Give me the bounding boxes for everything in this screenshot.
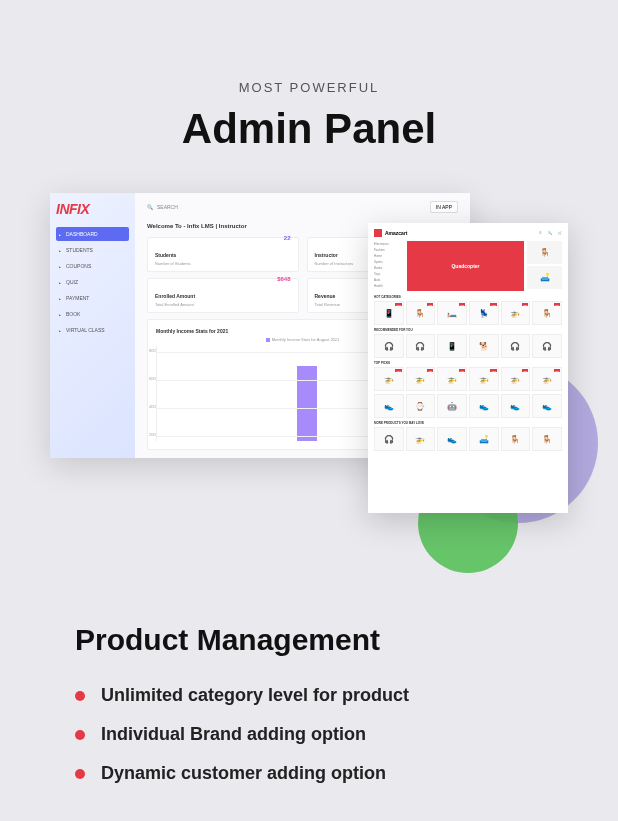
ec-item: 🚁HOT [469, 367, 499, 391]
card-enrolled: Enrolled Amount$648 Total Enrolled Amoun… [147, 278, 299, 313]
product-icon: 🎧 [542, 342, 552, 351]
product-icon: 🎧 [384, 435, 394, 444]
sidebar-item-book: ▪BOOK [56, 307, 129, 321]
ec-section-title: HOT CATEGORIES [374, 295, 562, 299]
ec-item: 🪑HOT [532, 301, 562, 325]
ec-item: 🪑 [532, 427, 562, 451]
sidebar-item-coupons: ▪COUPONS [56, 259, 129, 273]
ec-logo-text: Amazcart [385, 230, 408, 236]
product-icon: 🚁 [447, 375, 457, 384]
product-icon: 💺 [479, 309, 489, 318]
ec-side-item: 🪑 [527, 241, 562, 264]
product-icon: 🚁 [384, 375, 394, 384]
ec-item: 👟 [501, 394, 531, 418]
nav-button: IN APP [430, 201, 458, 213]
ec-item: 👟 [469, 394, 499, 418]
y-tick: 800 [149, 348, 156, 353]
product-icon: 🎧 [510, 342, 520, 351]
product-icon: 🛋️ [479, 435, 489, 444]
pm-feature-item: Unlimited category level for product [75, 685, 543, 706]
bullet-icon [75, 769, 85, 779]
card-students: Students22 Number of Students [147, 237, 299, 272]
ec-section-title: RECOMMENDED FOR YOU [374, 328, 562, 332]
ec-item: 🎧 [374, 427, 404, 451]
ec-item: 📱 [437, 334, 467, 358]
logo: INFIX [56, 201, 129, 217]
screenshots-area: INFIX ▪DASHBOARD ▪STUDENTS ▪COUPONS ▪QUI… [0, 193, 618, 583]
sidebar-item-payment: ▪PAYMENT [56, 291, 129, 305]
sidebar-item-dashboard: ▪DASHBOARD [56, 227, 129, 241]
y-tick: 600 [149, 376, 156, 381]
product-management-section: Product Management Unlimited category le… [0, 583, 618, 784]
ec-hero: Electronics Fashion Home Sports Books To… [374, 241, 562, 291]
main-title: Admin Panel [0, 105, 618, 153]
ec-grid: 👟 ⌚ 🤖 👟 👟 👟 [374, 394, 562, 418]
ec-item: 🎧 [532, 334, 562, 358]
product-icon: 👟 [447, 435, 457, 444]
payment-icon: ▪ [59, 296, 63, 300]
ec-item: 🚁HOT [501, 301, 531, 325]
pm-feature-item: Individual Brand adding option [75, 724, 543, 745]
product-icon: 🐕 [479, 342, 489, 351]
ec-banner-text: Quadcopter [451, 263, 479, 269]
ec-item: 📱HOT [374, 301, 404, 325]
ec-item: 🪑 [501, 427, 531, 451]
coupons-icon: ▪ [59, 264, 63, 268]
ecommerce-screenshot: Amazcart ☰ 🔍 🛒 Electronics Fashion Home … [368, 223, 568, 513]
ec-section-title: MORE PRODUCTS YOU MAY LOVE [374, 421, 562, 425]
ec-grid: 🚁HOT 🚁HOT 🚁HOT 🚁HOT 🚁HOT 🚁HOT [374, 367, 562, 391]
product-icon: ⌚ [415, 402, 425, 411]
sidebar-item-students: ▪STUDENTS [56, 243, 129, 257]
product-icon: 🪑 [510, 435, 520, 444]
bullet-icon [75, 730, 85, 740]
tagline: MOST POWERFUL [0, 80, 618, 95]
product-icon: 👟 [479, 402, 489, 411]
legend-dot-icon [266, 338, 270, 342]
sidebar: INFIX ▪DASHBOARD ▪STUDENTS ▪COUPONS ▪QUI… [50, 193, 135, 458]
search-icon: 🔍 [548, 231, 552, 235]
product-icon: 📱 [384, 309, 394, 318]
pm-feature-text: Unlimited category level for product [101, 685, 409, 706]
ec-section-title: TOP PICKS [374, 361, 562, 365]
product-icon: 👟 [384, 402, 394, 411]
pm-title: Product Management [75, 623, 543, 657]
ec-grid: 🎧 🎧 📱 🐕 🎧 🎧 [374, 334, 562, 358]
virtual-icon: ▪ [59, 328, 63, 332]
product-icon: 👟 [542, 402, 552, 411]
product-icon: 🤖 [447, 402, 457, 411]
ec-item: 🎧 [406, 334, 436, 358]
ec-item: ⌚ [406, 394, 436, 418]
chart-bar [297, 366, 317, 441]
product-icon: 🪑 [542, 309, 552, 318]
sidebar-item-virtual: ▪VIRTUAL CLASS [56, 323, 129, 337]
topbar: 🔍 SEARCH IN APP [147, 201, 458, 213]
ec-item: 🎧 [374, 334, 404, 358]
search-icon: 🔍 [147, 204, 153, 210]
ec-side-item: 🛋️ [527, 266, 562, 289]
product-icon: 📱 [447, 342, 457, 351]
ec-item: 👟 [532, 394, 562, 418]
pm-feature-text: Individual Brand adding option [101, 724, 366, 745]
product-icon: 🚁 [542, 375, 552, 384]
search-placeholder: SEARCH [157, 204, 178, 210]
ec-banner: Quadcopter [407, 241, 524, 291]
ec-grid: 📱HOT 🪑HOT 🛏️HOT 💺HOT 🚁HOT 🪑HOT [374, 301, 562, 325]
product-icon: 🪑 [542, 435, 552, 444]
ec-item: 👟 [437, 427, 467, 451]
ec-nav: ☰ 🔍 🛒 [539, 231, 562, 235]
y-tick: 400 [149, 404, 156, 409]
product-icon: 🚁 [415, 375, 425, 384]
ec-logo-icon [374, 229, 382, 237]
ec-item: 🚁HOT [532, 367, 562, 391]
ec-item: 🐕 [469, 334, 499, 358]
hero-header: MOST POWERFUL Admin Panel [0, 0, 618, 153]
product-icon: 🎧 [415, 342, 425, 351]
ec-categories: Electronics Fashion Home Sports Books To… [374, 241, 404, 291]
product-icon: 🛏️ [447, 309, 457, 318]
product-icon: 🚁 [510, 375, 520, 384]
ec-item: 🚁HOT [406, 367, 436, 391]
ec-side: 🪑 🛋️ [527, 241, 562, 291]
cart-icon: 🛒 [558, 231, 562, 235]
pm-feature-text: Dynamic customer adding option [101, 763, 386, 784]
search-bar: 🔍 SEARCH [147, 204, 178, 210]
